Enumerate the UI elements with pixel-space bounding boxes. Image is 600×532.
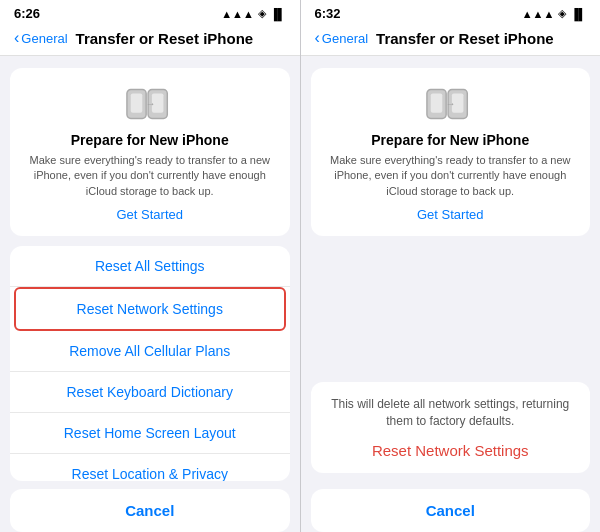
right-back-chevron-icon: ‹ xyxy=(315,29,320,47)
right-phone-panel: 6:32 ▲▲▲ ◈ ▐▌ ‹ General Transfer or Rese… xyxy=(301,0,601,532)
right-confirm-desc: This will delete all network settings, r… xyxy=(325,396,577,430)
svg-text:→: → xyxy=(446,98,456,109)
right-prepare-icon: → xyxy=(425,84,475,124)
reset-location-privacy-item[interactable]: Reset Location & Privacy xyxy=(10,454,290,481)
svg-rect-6 xyxy=(431,93,443,112)
svg-rect-1 xyxy=(131,93,143,112)
left-prepare-card: → Prepare for New iPhone Make sure every… xyxy=(10,68,290,236)
reset-keyboard-dictionary-item[interactable]: Reset Keyboard Dictionary xyxy=(10,372,290,413)
left-status-icons: ▲▲▲ ◈ ▐▌ xyxy=(221,7,285,20)
right-cancel-button[interactable]: Cancel xyxy=(311,489,591,532)
left-cancel-button-wrap: Cancel xyxy=(10,489,290,532)
left-nav-bar: ‹ General Transfer or Reset iPhone xyxy=(0,23,300,56)
left-status-bar: 6:26 ▲▲▲ ◈ ▐▌ xyxy=(0,0,300,23)
left-status-time: 6:26 xyxy=(14,6,40,21)
signal-icon: ▲▲▲ xyxy=(221,8,254,20)
reset-network-settings-item[interactable]: Reset Network Settings xyxy=(14,287,286,331)
left-get-started-link[interactable]: Get Started xyxy=(117,207,183,222)
right-confirm-card: This will delete all network settings, r… xyxy=(311,382,591,473)
remove-cellular-plans-item[interactable]: Remove All Cellular Plans xyxy=(10,331,290,372)
right-prepare-title: Prepare for New iPhone xyxy=(371,132,529,148)
right-nav-title: Transfer or Reset iPhone xyxy=(376,30,554,47)
right-get-started-link[interactable]: Get Started xyxy=(417,207,483,222)
left-nav-title: Transfer or Reset iPhone xyxy=(76,30,254,47)
reset-all-settings-item[interactable]: Reset All Settings xyxy=(10,246,290,287)
left-prepare-icon: → xyxy=(125,84,175,124)
right-battery-icon: ▐▌ xyxy=(570,8,586,20)
right-back-button[interactable]: ‹ General xyxy=(315,29,369,47)
left-phone-panel: 6:26 ▲▲▲ ◈ ▐▌ ‹ General Transfer or Rese… xyxy=(0,0,300,532)
right-status-bar: 6:32 ▲▲▲ ◈ ▐▌ xyxy=(301,0,601,23)
battery-icon: ▐▌ xyxy=(270,8,286,20)
left-prepare-title: Prepare for New iPhone xyxy=(71,132,229,148)
left-back-label: General xyxy=(21,31,67,46)
right-wifi-icon: ◈ xyxy=(558,7,566,20)
left-prepare-desc: Make sure everything's ready to transfer… xyxy=(24,153,276,199)
svg-text:→: → xyxy=(145,98,155,109)
right-confirm-action-button[interactable]: Reset Network Settings xyxy=(325,442,577,459)
right-nav-bar: ‹ General Transfer or Reset iPhone xyxy=(301,23,601,56)
left-back-button[interactable]: ‹ General xyxy=(14,29,68,47)
right-cancel-button-wrap: Cancel xyxy=(311,489,591,532)
right-status-time: 6:32 xyxy=(315,6,341,21)
reset-home-screen-layout-item[interactable]: Reset Home Screen Layout xyxy=(10,413,290,454)
right-status-icons: ▲▲▲ ◈ ▐▌ xyxy=(522,7,586,20)
right-signal-icon: ▲▲▲ xyxy=(522,8,555,20)
left-cancel-button[interactable]: Cancel xyxy=(10,489,290,532)
right-back-label: General xyxy=(322,31,368,46)
wifi-icon: ◈ xyxy=(258,7,266,20)
right-prepare-card: → Prepare for New iPhone Make sure every… xyxy=(311,68,591,236)
left-reset-list: Reset All Settings Reset Network Setting… xyxy=(10,246,290,481)
left-back-chevron-icon: ‹ xyxy=(14,29,19,47)
right-prepare-desc: Make sure everything's ready to transfer… xyxy=(325,153,577,199)
